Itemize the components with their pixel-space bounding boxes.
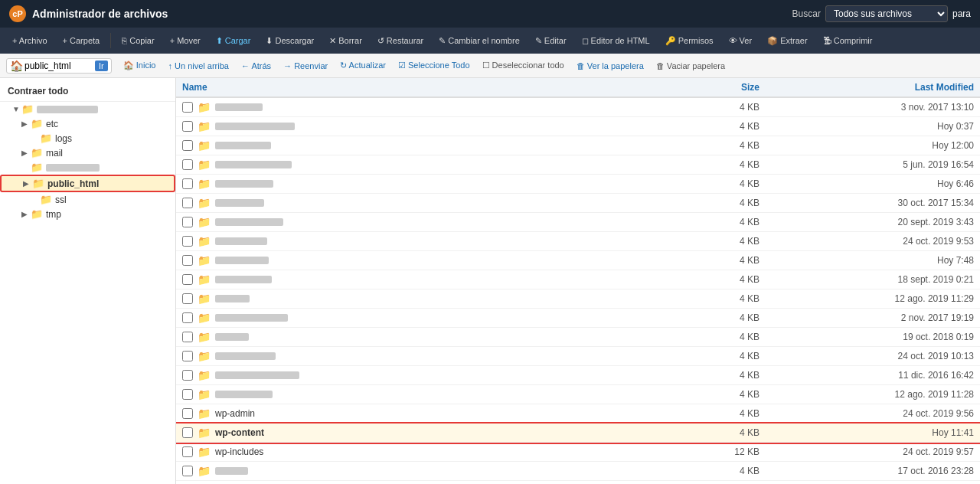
upload-button[interactable]: ⬆ Cargar bbox=[210, 33, 257, 49]
file-checkbox[interactable] bbox=[182, 178, 193, 189]
table-row[interactable]: 📁 4 KB2 nov. 2017 19:19 bbox=[176, 309, 980, 328]
file-checkbox[interactable] bbox=[182, 255, 193, 266]
go-button[interactable]: Ir bbox=[95, 60, 108, 71]
refresh-button[interactable]: ↻ Actualizar bbox=[335, 58, 391, 73]
file-checkbox[interactable] bbox=[182, 312, 193, 323]
file-checkbox[interactable] bbox=[182, 446, 193, 457]
file-modified: 31 oct. 2017 6:11 bbox=[766, 481, 980, 485]
file-checkbox[interactable] bbox=[182, 159, 193, 170]
table-row[interactable]: 📁wp-admin4 KB24 oct. 2019 9:56 bbox=[176, 404, 980, 424]
rename-button[interactable]: ✎ Cambiar el nombre bbox=[433, 33, 526, 49]
file-size: 4 KB bbox=[658, 251, 766, 270]
file-checkbox[interactable] bbox=[182, 351, 193, 361]
sidebar-item-mail[interactable]: ▶ 📁 mail bbox=[0, 146, 175, 160]
sidebar-item-blurred1[interactable]: 📁 bbox=[0, 160, 175, 175]
download-button[interactable]: ⬇ Descargar bbox=[260, 33, 320, 49]
new-folder-button[interactable]: + Carpeta bbox=[57, 33, 106, 48]
file-name bbox=[215, 218, 283, 226]
trash-button[interactable]: 🗑 Ver la papelera bbox=[571, 59, 649, 73]
sidebar-item-logs[interactable]: 📁 logs bbox=[0, 131, 175, 146]
table-row[interactable]: 📁 4 KB12 ago. 2019 11:28 bbox=[176, 385, 980, 404]
move-button[interactable]: + Mover bbox=[164, 33, 207, 48]
sidebar-item-label: tmp bbox=[46, 209, 61, 220]
up-button[interactable]: ↑ Un nivel arriba bbox=[162, 59, 234, 73]
file-name bbox=[215, 123, 295, 130]
file-checkbox[interactable] bbox=[182, 389, 193, 400]
compress-button[interactable]: 🗜 Comprimir bbox=[817, 33, 879, 48]
col-name[interactable]: Name bbox=[176, 78, 658, 97]
sidebar-item-label bbox=[37, 106, 98, 113]
table-row[interactable]: 📁 4 KB19 oct. 2018 0:19 bbox=[176, 328, 980, 347]
file-checkbox[interactable] bbox=[182, 466, 193, 476]
sidebar-item-public_html[interactable]: ▶ 📁 public_html bbox=[0, 175, 175, 192]
folder-icon: 📁 bbox=[198, 159, 211, 171]
table-row[interactable]: 📁wp-content4 KBHoy 11:41 bbox=[176, 424, 980, 443]
table-row[interactable]: 📁 4 KBHoy 12:00 bbox=[176, 136, 980, 155]
file-modified: 5 jun. 2019 16:54 bbox=[766, 155, 980, 175]
file-checkbox[interactable] bbox=[182, 217, 193, 227]
file-checkbox[interactable] bbox=[182, 370, 193, 381]
table-row[interactable]: 📁 4 KB20 sept. 2019 3:43 bbox=[176, 213, 980, 232]
file-size: 4 KB bbox=[658, 155, 766, 175]
file-checkbox[interactable] bbox=[182, 427, 193, 438]
file-size: 4 KB bbox=[658, 232, 766, 251]
table-row[interactable]: 📁 4 KB11 dic. 2016 16:42 bbox=[176, 366, 980, 385]
deselect-all-button[interactable]: ☐ Deseleccionar todo bbox=[477, 58, 570, 73]
file-size: 4 KB bbox=[658, 462, 766, 481]
new-file-button[interactable]: + Archivo bbox=[6, 33, 54, 48]
collapse-all-button[interactable]: Contraer todo bbox=[0, 81, 175, 102]
sidebar-item-ssl[interactable]: 📁 ssl bbox=[0, 192, 175, 207]
table-row[interactable]: 📁 4 KBHoy 7:48 bbox=[176, 251, 980, 270]
table-row[interactable]: 📁 4 KBHoy 0:37 bbox=[176, 117, 980, 136]
forward-button[interactable]: → Reenviar bbox=[278, 59, 333, 73]
file-checkbox[interactable] bbox=[182, 274, 193, 285]
file-modified: 2 nov. 2017 19:19 bbox=[766, 309, 980, 328]
permissions-button[interactable]: 🔑 Permisos bbox=[659, 33, 720, 49]
table-row[interactable]: 📁 4 KBHoy 6:46 bbox=[176, 175, 980, 194]
file-modified: 30 oct. 2017 15:34 bbox=[766, 194, 980, 213]
sidebar-item-etc[interactable]: ▶ 📁 etc bbox=[0, 116, 175, 131]
home-button[interactable]: 🏠 Inicio bbox=[118, 58, 162, 73]
file-name bbox=[215, 391, 273, 398]
col-last-modified[interactable]: Last Modified bbox=[766, 78, 980, 97]
back-button[interactable]: ← Atrás bbox=[236, 59, 276, 73]
sidebar-item-root[interactable]: ▼ 📁 bbox=[0, 102, 175, 116]
file-size: 4 KB bbox=[658, 194, 766, 213]
select-all-button[interactable]: ☑ Seleccione Todo bbox=[393, 58, 475, 73]
file-checkbox[interactable] bbox=[182, 293, 193, 304]
copy-button[interactable]: ⎘ Copiar bbox=[116, 33, 160, 48]
sidebar-item-tmp[interactable]: ▶ 📁 tmp bbox=[0, 207, 175, 221]
table-row[interactable]: 📄400.shtml130 bytes31 oct. 2017 6:11 bbox=[176, 481, 980, 485]
file-size: 4 KB bbox=[658, 404, 766, 424]
file-checkbox[interactable] bbox=[182, 408, 193, 419]
table-row[interactable]: 📁 4 KB17 oct. 2016 23:28 bbox=[176, 462, 980, 481]
file-checkbox[interactable] bbox=[182, 332, 193, 342]
html-editor-button[interactable]: ◻ Editor de HTML bbox=[576, 33, 656, 49]
table-row[interactable]: 📁 4 KB5 jun. 2019 16:54 bbox=[176, 155, 980, 175]
extract-button[interactable]: 📦 Extraer bbox=[761, 33, 814, 49]
file-checkbox[interactable] bbox=[182, 140, 193, 151]
search-scope-select[interactable]: Todos sus archivos bbox=[825, 5, 948, 22]
table-row[interactable]: 📁 4 KB24 oct. 2019 9:53 bbox=[176, 232, 980, 251]
folder-icon: 📁 bbox=[40, 132, 52, 144]
file-checkbox[interactable] bbox=[182, 198, 193, 208]
file-checkbox[interactable] bbox=[182, 236, 193, 247]
path-input[interactable] bbox=[24, 60, 93, 71]
table-row[interactable]: 📁 4 KB18 sept. 2019 0:21 bbox=[176, 270, 980, 289]
empty-trash-button[interactable]: 🗑 Vaciar papelera bbox=[651, 59, 730, 73]
expand-icon: ▶ bbox=[21, 149, 31, 157]
file-checkbox[interactable] bbox=[182, 121, 193, 132]
edit-button[interactable]: ✎ Editar bbox=[529, 33, 573, 49]
file-size: 4 KB bbox=[658, 347, 766, 366]
restore-button[interactable]: ↺ Restaurar bbox=[371, 33, 430, 49]
view-button[interactable]: 👁 Ver bbox=[723, 33, 759, 48]
delete-button[interactable]: ✕ Borrar bbox=[323, 33, 368, 49]
table-row[interactable]: 📁 4 KB12 ago. 2019 11:29 bbox=[176, 289, 980, 309]
table-row[interactable]: 📁 4 KB30 oct. 2017 15:34 bbox=[176, 194, 980, 213]
file-checkbox[interactable] bbox=[182, 102, 193, 113]
col-size[interactable]: Size bbox=[658, 78, 766, 97]
table-row[interactable]: 📁 4 KB3 nov. 2017 13:10 bbox=[176, 97, 980, 117]
sidebar-item-label: public_html bbox=[47, 178, 99, 189]
table-row[interactable]: 📁 4 KB24 oct. 2019 10:13 bbox=[176, 347, 980, 366]
table-row[interactable]: 📁wp-includes12 KB24 oct. 2019 9:57 bbox=[176, 443, 980, 462]
